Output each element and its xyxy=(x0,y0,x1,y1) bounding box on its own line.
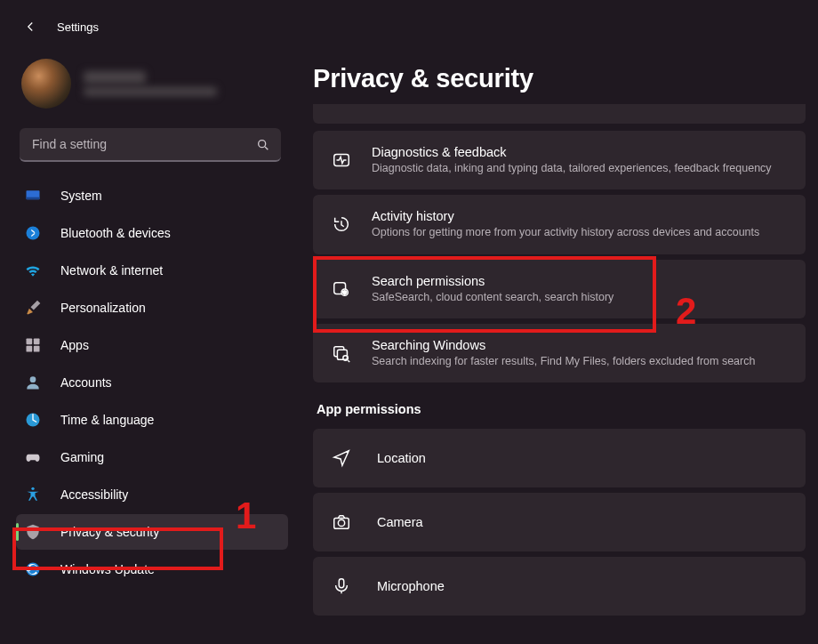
back-button[interactable] xyxy=(20,16,41,37)
svg-rect-16 xyxy=(337,350,347,359)
brush-icon xyxy=(21,299,44,317)
nav-accounts[interactable]: Accounts xyxy=(16,365,288,400)
search-shield-icon xyxy=(331,279,352,299)
card-diagnostics[interactable]: Diagnostics & feedback Diagnostic data, … xyxy=(313,131,806,189)
nav-label: System xyxy=(60,189,102,203)
svg-point-8 xyxy=(30,376,36,382)
nav-label: Accessibility xyxy=(60,487,128,502)
svg-point-19 xyxy=(338,519,344,526)
update-icon xyxy=(21,560,44,578)
camera-icon xyxy=(331,512,352,532)
svg-rect-20 xyxy=(339,579,344,588)
nav-label: Network & internet xyxy=(60,263,163,278)
user-name xyxy=(84,71,217,96)
wifi-icon xyxy=(21,262,44,279)
title-bar: Settings xyxy=(0,0,818,44)
annotation-number-2: 2 xyxy=(676,290,696,333)
card-title: Search permissions xyxy=(372,274,614,288)
svg-rect-4 xyxy=(27,339,33,345)
nav-bluetooth[interactable]: Bluetooth & devices xyxy=(16,215,288,251)
search-icon[interactable] xyxy=(256,138,270,152)
svg-rect-7 xyxy=(34,346,40,352)
card-desc: Search indexing for faster results, Find… xyxy=(372,354,755,368)
nav-label: Bluetooth & devices xyxy=(60,226,171,240)
svg-rect-5 xyxy=(34,339,40,345)
windows-search-icon xyxy=(331,343,352,363)
sidebar: System Bluetooth & devices Network & int… xyxy=(0,44,295,644)
svg-point-0 xyxy=(259,141,266,148)
svg-point-3 xyxy=(27,227,40,240)
partial-card-top[interactable] xyxy=(313,104,806,124)
card-title: Diagnostics & feedback xyxy=(372,145,772,159)
section-app-permissions: App permissions xyxy=(317,402,806,416)
nav-label: Apps xyxy=(60,338,89,352)
nav-label: Gaming xyxy=(60,450,104,464)
card-title: Activity history xyxy=(372,209,759,223)
perm-title: Microphone xyxy=(377,579,445,593)
location-icon xyxy=(331,448,352,468)
card-desc: Options for getting more from your activ… xyxy=(372,225,759,239)
user-account-block[interactable] xyxy=(16,55,288,125)
clock-globe-icon xyxy=(21,411,44,429)
nav-label: Accounts xyxy=(60,375,112,390)
nav-time-language[interactable]: Time & language xyxy=(16,402,288,438)
nav-network[interactable]: Network & internet xyxy=(16,253,288,288)
card-search-permissions[interactable]: Search permissions SafeSearch, cloud con… xyxy=(313,260,806,318)
nav-label: Privacy & security xyxy=(60,525,159,539)
nav-label: Time & language xyxy=(60,413,154,427)
monitor-icon xyxy=(21,187,44,205)
person-icon xyxy=(21,374,44,391)
perm-location[interactable]: Location xyxy=(313,429,806,487)
annotation-number-1: 1 xyxy=(236,495,256,537)
card-activity-history[interactable]: Activity history Options for getting mor… xyxy=(313,195,806,254)
nav-gaming[interactable]: Gaming xyxy=(16,439,288,475)
avatar xyxy=(21,59,71,109)
search-input[interactable] xyxy=(20,128,281,162)
accessibility-icon xyxy=(21,486,44,503)
bluetooth-icon xyxy=(21,224,44,242)
history-icon xyxy=(331,214,352,234)
svg-rect-2 xyxy=(27,197,40,200)
card-searching-windows[interactable]: Searching Windows Search indexing for fa… xyxy=(313,324,806,382)
nav-apps[interactable]: Apps xyxy=(16,327,288,363)
search-wrap xyxy=(20,128,281,162)
perm-title: Location xyxy=(377,451,426,465)
nav-label: Windows Update xyxy=(60,562,155,576)
nav-system[interactable]: System xyxy=(16,178,288,213)
svg-rect-6 xyxy=(27,346,33,352)
apps-icon xyxy=(21,336,44,354)
card-title: Searching Windows xyxy=(372,338,755,352)
nav-personalization[interactable]: Personalization xyxy=(16,290,288,326)
nav-label: Personalization xyxy=(60,301,146,315)
card-desc: Diagnostic data, inking and typing data,… xyxy=(372,161,772,175)
heartbeat-icon xyxy=(331,150,352,170)
main-content: Privacy & security Diagnostics & feedbac… xyxy=(295,44,818,644)
page-title: Privacy & security xyxy=(313,64,806,93)
perm-camera[interactable]: Camera xyxy=(313,493,806,551)
perm-microphone[interactable]: Microphone xyxy=(313,557,806,616)
shield-icon xyxy=(21,523,44,541)
perm-title: Camera xyxy=(377,515,423,529)
arrow-left-icon xyxy=(22,19,38,35)
microphone-icon xyxy=(331,576,352,596)
svg-point-10 xyxy=(31,487,34,490)
nav-windows-update[interactable]: Windows Update xyxy=(16,551,288,587)
card-desc: SafeSearch, cloud content search, search… xyxy=(372,290,614,304)
app-title: Settings xyxy=(57,20,99,34)
gamepad-icon xyxy=(21,448,44,466)
